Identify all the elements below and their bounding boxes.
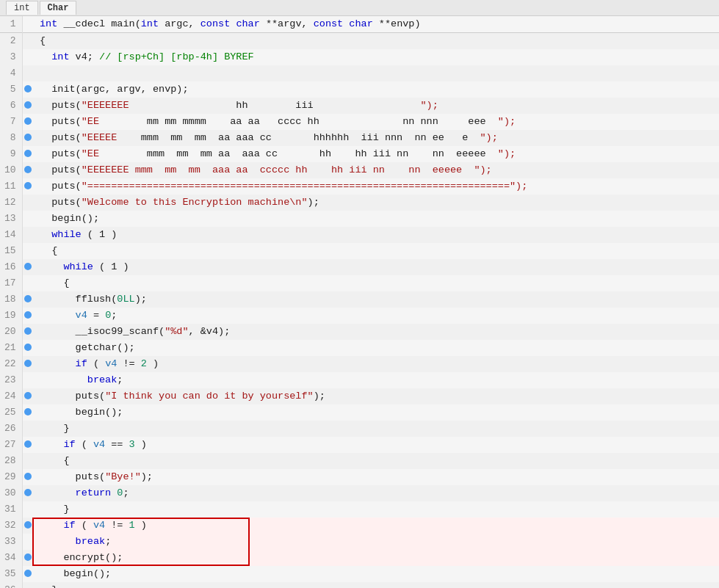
line-number: 3 <box>0 49 22 65</box>
table-row: 22 if ( v4 != 2 ) <box>0 356 719 372</box>
line-number: 7 <box>0 114 22 130</box>
code-line: return 0; <box>34 485 719 501</box>
breakpoint-dot[interactable] <box>22 388 34 404</box>
line-number: 10 <box>0 162 22 178</box>
breakpoint-dot[interactable] <box>22 16 34 33</box>
table-row: 36 } <box>0 582 719 588</box>
breakpoint-dot[interactable] <box>22 421 34 437</box>
table-row: 25 begin(); <box>0 404 719 421</box>
line-number: 28 <box>0 453 22 469</box>
breakpoint-dot[interactable] <box>22 324 34 340</box>
breakpoint-dot[interactable] <box>22 243 34 259</box>
breakpoint-dot[interactable] <box>22 291 34 308</box>
line-number: 1 <box>0 16 22 33</box>
table-row: 6 puts("EEEEEEE hh iii "); <box>0 98 719 114</box>
breakpoint-dot[interactable] <box>22 114 34 130</box>
table-row: 13 begin(); <box>0 211 719 227</box>
line-number: 2 <box>0 33 22 50</box>
breakpoint-dot[interactable] <box>22 162 34 178</box>
breakpoint-dot[interactable] <box>22 49 34 65</box>
code-line: if ( v4 != 1 ) <box>34 518 719 534</box>
breakpoint-dot[interactable] <box>22 518 34 534</box>
header-tab-int[interactable]: int <box>6 1 38 15</box>
breakpoint-dot[interactable] <box>22 65 34 81</box>
table-row: 35 begin(); <box>0 566 719 582</box>
table-row: 33 break; <box>0 534 719 550</box>
breakpoint-dot[interactable] <box>22 178 34 195</box>
table-row: 14 while ( 1 ) <box>0 227 719 243</box>
code-line: while ( 1 ) <box>34 227 719 243</box>
breakpoint-dot[interactable] <box>22 259 34 275</box>
breakpoint-dot[interactable] <box>22 453 34 469</box>
code-line: while ( 1 ) <box>34 259 719 275</box>
breakpoint-dot[interactable] <box>22 372 34 388</box>
breakpoint-dot[interactable] <box>22 582 34 588</box>
line-number: 21 <box>0 340 22 356</box>
header-tab-char[interactable]: Char <box>40 1 77 15</box>
code-line <box>34 65 719 81</box>
breakpoint-dot[interactable] <box>22 404 34 421</box>
table-row: 1int __cdecl main(int argc, const char *… <box>0 16 719 33</box>
line-number: 18 <box>0 291 22 308</box>
table-row: 8 puts("EEEEE mmm mm mm aa aaa cc hhhhhh… <box>0 130 719 146</box>
table-row: 23 break; <box>0 372 719 388</box>
table-row: 5 init(argc, argv, envp); <box>0 81 719 98</box>
line-number: 6 <box>0 98 22 114</box>
breakpoint-dot[interactable] <box>22 340 34 356</box>
breakpoint-dot[interactable] <box>22 437 34 453</box>
line-number: 30 <box>0 485 22 501</box>
breakpoint-dot[interactable] <box>22 33 34 50</box>
table-row: 28 { <box>0 453 719 469</box>
breakpoint-dot[interactable] <box>22 146 34 162</box>
line-number: 29 <box>0 469 22 485</box>
code-line: puts("EEEEEEE hh iii "); <box>34 98 719 114</box>
code-line: puts("Welcome to this Encryption machine… <box>34 195 719 211</box>
breakpoint-dot[interactable] <box>22 485 34 501</box>
breakpoint-dot[interactable] <box>22 469 34 485</box>
table-row: 12 puts("Welcome to this Encryption mach… <box>0 195 719 211</box>
table-row: 31 } <box>0 501 719 518</box>
line-number: 11 <box>0 178 22 195</box>
line-number: 14 <box>0 227 22 243</box>
code-table: 1int __cdecl main(int argc, const char *… <box>0 16 719 588</box>
breakpoint-dot[interactable] <box>22 227 34 243</box>
code-line: puts("==================================… <box>34 178 719 195</box>
code-line: puts("EEEEE mmm mm mm aa aaa cc hhhhhh i… <box>34 130 719 146</box>
line-number: 27 <box>0 437 22 453</box>
table-row: 9 puts("EE mmm mm mm aa aaa cc hh hh iii… <box>0 146 719 162</box>
table-row: 18 fflush(0LL); <box>0 291 719 308</box>
code-line: { <box>34 243 719 259</box>
table-row: 32 if ( v4 != 1 ) <box>0 518 719 534</box>
breakpoint-dot[interactable] <box>22 81 34 98</box>
code-container: int Char 1int __cdecl main(int argc, con… <box>0 0 719 588</box>
table-row: 15 { <box>0 243 719 259</box>
breakpoint-dot[interactable] <box>22 308 34 324</box>
line-number: 23 <box>0 372 22 388</box>
table-row: 10 puts("EEEEEEE mmm mm mm aaa aa ccccc … <box>0 162 719 178</box>
line-number: 35 <box>0 566 22 582</box>
line-number: 32 <box>0 518 22 534</box>
line-number: 4 <box>0 65 22 81</box>
code-line: break; <box>34 372 719 388</box>
line-number: 15 <box>0 243 22 259</box>
line-number: 16 <box>0 259 22 275</box>
table-row: 20 __isoc99_scanf("%d", &v4); <box>0 324 719 340</box>
breakpoint-dot[interactable] <box>22 566 34 582</box>
line-number: 24 <box>0 388 22 404</box>
breakpoint-dot[interactable] <box>22 98 34 114</box>
breakpoint-dot[interactable] <box>22 195 34 211</box>
breakpoint-dot[interactable] <box>22 130 34 146</box>
header-bar: int Char <box>0 0 719 16</box>
breakpoint-dot[interactable] <box>22 550 34 566</box>
breakpoint-dot[interactable] <box>22 501 34 518</box>
breakpoint-dot[interactable] <box>22 534 34 550</box>
table-row: 27 if ( v4 == 3 ) <box>0 437 719 453</box>
table-row: 7 puts("EE mm mm mmmm aa aa cccc hh nn n… <box>0 114 719 130</box>
breakpoint-dot[interactable] <box>22 211 34 227</box>
breakpoint-dot[interactable] <box>22 275 34 291</box>
breakpoint-dot[interactable] <box>22 356 34 372</box>
line-number: 12 <box>0 195 22 211</box>
code-line: begin(); <box>34 211 719 227</box>
line-number: 13 <box>0 211 22 227</box>
code-line: fflush(0LL); <box>34 291 719 308</box>
